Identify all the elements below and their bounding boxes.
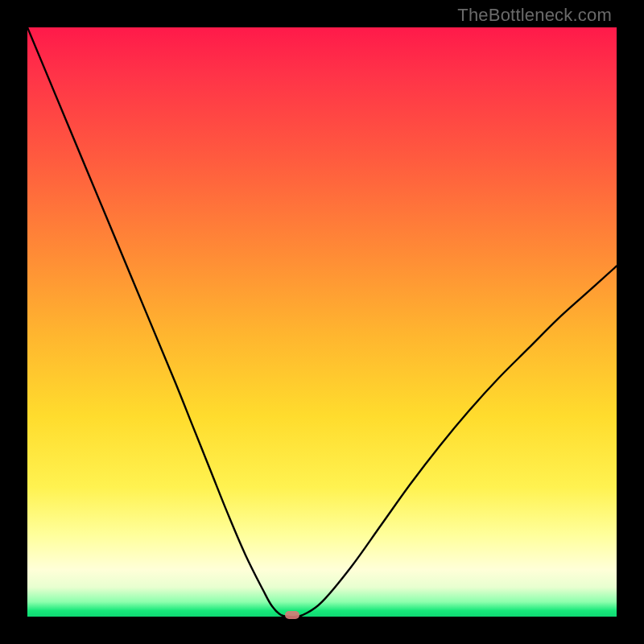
min-marker — [285, 611, 299, 619]
curve-svg — [27, 27, 617, 617]
watermark-label: TheBottleneck.com — [457, 5, 612, 26]
chart-frame: TheBottleneck.com — [0, 0, 644, 644]
plot-area — [27, 27, 617, 617]
bottleneck-curve — [27, 27, 617, 617]
